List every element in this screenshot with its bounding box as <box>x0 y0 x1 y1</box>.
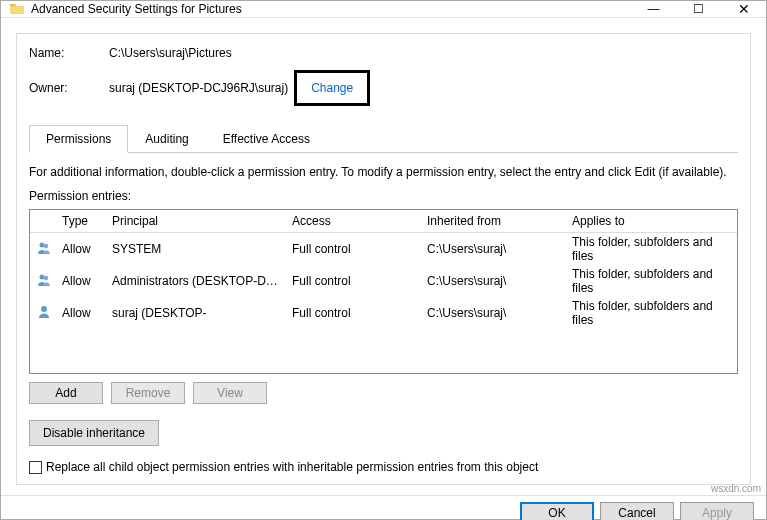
row-principal: SYSTEM <box>106 240 286 258</box>
svg-point-4 <box>41 306 47 312</box>
table-body: AllowSYSTEMFull controlC:\Users\suraj\Th… <box>30 233 737 373</box>
col-applies[interactable]: Applies to <box>566 210 737 232</box>
row-applies: This folder, subfolders and files <box>566 265 737 297</box>
row-access: Full control <box>286 272 421 290</box>
name-value: C:\Users\suraj\Pictures <box>109 46 232 60</box>
replace-children-label: Replace all child object permission entr… <box>46 460 538 474</box>
apply-button[interactable]: Apply <box>680 502 754 520</box>
row-access: Full control <box>286 304 421 322</box>
row-principal: suraj (DESKTOP- <box>106 304 286 322</box>
col-principal[interactable]: Principal <box>106 210 286 232</box>
titlebar: Advanced Security Settings for Pictures … <box>1 1 766 18</box>
table-row[interactable]: AllowAdministrators (DESKTOP-DC...Full c… <box>30 265 737 297</box>
window: Advanced Security Settings for Pictures … <box>0 0 767 520</box>
window-controls: — ☐ ✕ <box>631 1 766 17</box>
inner-panel: Name: C:\Users\suraj\Pictures Owner: sur… <box>16 33 751 485</box>
row-type: Allow <box>56 272 106 290</box>
row-type: Allow <box>56 304 106 322</box>
footer-buttons: OK Cancel Apply <box>520 502 754 520</box>
permission-table: Type Principal Access Inherited from App… <box>29 209 738 374</box>
cancel-button[interactable]: Cancel <box>600 502 674 520</box>
tab-permissions[interactable]: Permissions <box>29 125 128 153</box>
change-highlight: Change <box>294 70 370 106</box>
row-applies: This folder, subfolders and files <box>566 233 737 265</box>
ok-button[interactable]: OK <box>520 502 594 520</box>
window-title: Advanced Security Settings for Pictures <box>31 2 631 16</box>
svg-point-1 <box>44 243 48 247</box>
owner-label: Owner: <box>29 81 109 95</box>
name-label: Name: <box>29 46 109 60</box>
checkbox-icon[interactable] <box>29 461 42 474</box>
row-principal: Administrators (DESKTOP-DC... <box>106 272 286 290</box>
inheritance-buttons: Disable inheritance <box>29 420 738 446</box>
row-access: Full control <box>286 240 421 258</box>
change-link[interactable]: Change <box>311 81 353 95</box>
view-button[interactable]: View <box>193 382 267 404</box>
row-icon <box>30 238 56 261</box>
table-row[interactable]: AllowSYSTEMFull controlC:\Users\suraj\Th… <box>30 233 737 265</box>
row-inherited: C:\Users\suraj\ <box>421 304 566 322</box>
col-access[interactable]: Access <box>286 210 421 232</box>
row-icon <box>30 270 56 293</box>
info-text: For additional information, double-click… <box>29 165 738 179</box>
row-inherited: C:\Users\suraj\ <box>421 240 566 258</box>
row-applies: This folder, subfolders and files <box>566 297 737 329</box>
owner-row: Owner: suraj (DESKTOP-DCJ96RJ\suraj) Cha… <box>29 70 738 106</box>
row-type: Allow <box>56 240 106 258</box>
name-row: Name: C:\Users\suraj\Pictures <box>29 46 738 60</box>
col-type[interactable]: Type <box>56 210 106 232</box>
content: Name: C:\Users\suraj\Pictures Owner: sur… <box>1 18 766 495</box>
row-icon <box>30 302 56 325</box>
permission-entries-label: Permission entries: <box>29 189 738 203</box>
svg-point-0 <box>40 242 45 247</box>
svg-point-2 <box>40 274 45 279</box>
tabs: Permissions Auditing Effective Access <box>29 124 738 153</box>
table-header: Type Principal Access Inherited from App… <box>30 210 737 233</box>
entry-buttons: Add Remove View <box>29 382 738 404</box>
col-inherited[interactable]: Inherited from <box>421 210 566 232</box>
svg-point-3 <box>44 275 48 279</box>
tab-effective-access[interactable]: Effective Access <box>206 125 327 153</box>
folder-icon <box>9 1 25 17</box>
close-button[interactable]: ✕ <box>721 1 766 17</box>
row-inherited: C:\Users\suraj\ <box>421 272 566 290</box>
add-button[interactable]: Add <box>29 382 103 404</box>
table-row[interactable]: Allowsuraj (DESKTOP-Full controlC:\Users… <box>30 297 737 329</box>
owner-value: suraj (DESKTOP-DCJ96RJ\suraj) <box>109 81 288 95</box>
disable-inheritance-button[interactable]: Disable inheritance <box>29 420 159 446</box>
maximize-button[interactable]: ☐ <box>676 1 721 17</box>
remove-button[interactable]: Remove <box>111 382 185 404</box>
replace-children-row[interactable]: Replace all child object permission entr… <box>29 460 738 474</box>
footer: wsxdn.com OK Cancel Apply <box>1 495 766 520</box>
col-icon <box>30 210 56 232</box>
tab-auditing[interactable]: Auditing <box>128 125 205 153</box>
minimize-button[interactable]: — <box>631 1 676 17</box>
watermark: wsxdn.com <box>711 483 761 494</box>
